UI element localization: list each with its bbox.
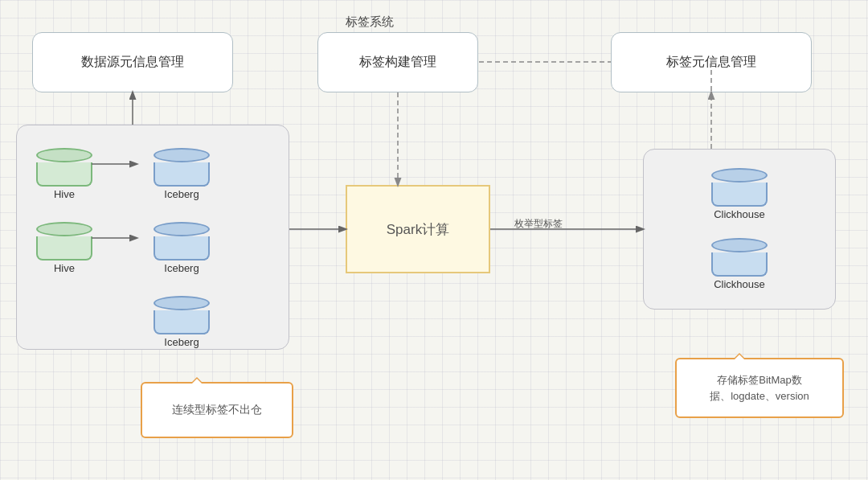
hive2-cylinder: Hive: [36, 222, 92, 274]
ch1-cylinder: Clickhouse: [711, 168, 768, 220]
right-storage-group: Clickhouse Clickhouse: [643, 149, 836, 310]
box-data-source-meta: 数据源元信息管理: [32, 32, 233, 92]
left-data-group: Hive Iceberg Hive Iceberg Iceberg: [16, 125, 289, 350]
enum-tag-label: 枚举型标签: [514, 217, 563, 231]
iceberg2-cylinder: Iceberg: [154, 222, 210, 274]
ch2-cylinder: Clickhouse: [711, 238, 768, 290]
callout-continuous-tag: 连续型标签不出仓: [141, 382, 293, 438]
iceberg3-cylinder: Iceberg: [154, 296, 210, 348]
tag-system-label: 标签系统: [346, 14, 394, 30]
hive1-cylinder: Hive: [36, 148, 92, 200]
box-tag-meta: 标签元信息管理: [611, 32, 812, 92]
callout-storage-info: 存储标签BitMap数 据、logdate、version: [675, 358, 844, 418]
spark-box: Spark计算: [346, 185, 490, 273]
box-tag-build: 标签构建管理: [317, 32, 478, 92]
iceberg1-cylinder: Iceberg: [154, 148, 210, 200]
